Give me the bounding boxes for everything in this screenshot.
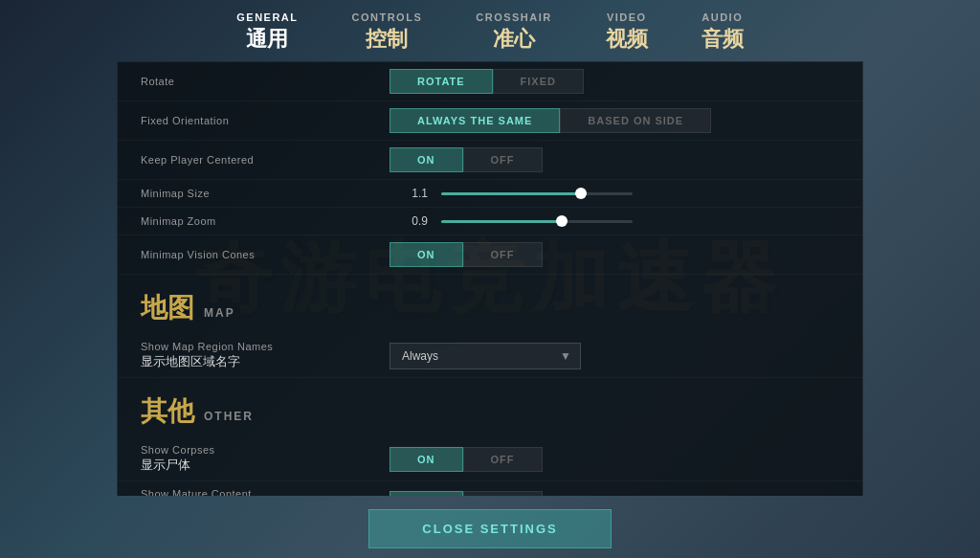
setting-label-en: Show Map Region Names (141, 341, 390, 352)
setting-controls: RotateFixed (390, 69, 839, 94)
nav-label-en: GENERAL (236, 11, 298, 23)
setting-label: Rotate (141, 76, 390, 87)
slider-value: 1.1 (390, 187, 428, 200)
section-header-other: 其他OTHER (118, 378, 862, 437)
close-settings-button[interactable]: CLOSE SETTINGS (368, 509, 611, 548)
setting-controls: OnOff (390, 491, 839, 497)
table-row: Show Corpses显示尸体OnOff (118, 437, 862, 481)
table-row: Minimap Zoom0.9 (118, 208, 862, 235)
toggle-option-2[interactable]: Off (463, 147, 543, 172)
main-container: GENERAL通用CONTROLS控制CROSSHAIR准心VIDEO视频AUD… (0, 0, 980, 558)
toggle-option-2[interactable]: Off (463, 491, 543, 497)
setting-label: Keep Player Centered (141, 154, 390, 166)
setting-label-en: Show Corpses (141, 444, 390, 456)
nav-label-en: CROSSHAIR (476, 11, 552, 23)
setting-label: Fixed Orientation (141, 115, 390, 126)
nav-label-cn: 准心 (493, 25, 535, 54)
nav-label-en: VIDEO (607, 11, 647, 23)
nav-label-cn: 音频 (702, 25, 744, 54)
toggle-group: OnOff (390, 242, 543, 267)
setting-label: Show Mature Content显示成年内容 (141, 488, 390, 496)
toggle-option-1[interactable]: On (390, 447, 463, 472)
setting-label-en: Fixed Orientation (141, 115, 390, 126)
slider-thumb[interactable] (575, 188, 587, 199)
setting-label-cn: 显示尸体 (141, 457, 390, 474)
toggle-option-2[interactable]: Off (463, 447, 543, 472)
nav-item-crosshair[interactable]: CROSSHAIR准心 (449, 11, 579, 54)
slider-fill (441, 220, 560, 223)
setting-label: Show Map Region Names显示地图区域名字 (141, 341, 390, 370)
toggle-option-2[interactable]: Fixed (493, 69, 584, 94)
section-title-cn: 其他 (141, 393, 194, 430)
top-nav: GENERAL通用CONTROLS控制CROSSHAIR准心VIDEO视频AUD… (0, 0, 980, 54)
setting-controls: OnOff (390, 242, 839, 267)
toggle-option-1[interactable]: On (390, 491, 463, 497)
setting-label-en: Rotate (141, 76, 390, 87)
nav-label-cn: 控制 (366, 25, 408, 54)
settings-panel[interactable]: RotateRotateFixedFixed OrientationAlways… (117, 61, 863, 496)
setting-controls: OnOff (390, 447, 839, 472)
setting-label-en: Minimap Size (141, 188, 390, 199)
toggle-option-2[interactable]: Based On Side (560, 108, 711, 133)
toggle-group: OnOff (390, 447, 543, 472)
toggle-option-1[interactable]: On (390, 242, 463, 267)
nav-label-en: AUDIO (702, 11, 743, 23)
nav-item-general[interactable]: GENERAL通用 (210, 11, 324, 54)
setting-controls: AlwaysNeverWhile AliveWhile Dead▼ (390, 343, 839, 369)
setting-label: Minimap Zoom (141, 215, 390, 227)
section-title-cn: 地图 (141, 290, 194, 326)
dropdown-wrapper: AlwaysNeverWhile AliveWhile Dead▼ (390, 343, 581, 369)
setting-label: Minimap Vision Cones (141, 249, 390, 260)
setting-label-en: Show Mature Content (141, 488, 390, 496)
toggle-group: RotateFixed (390, 69, 584, 94)
table-row: Fixed OrientationAlways the SameBased On… (118, 101, 862, 141)
table-row: RotateRotateFixed (118, 62, 862, 101)
toggle-group: Always the SameBased On Side (390, 108, 711, 133)
setting-label-en: Minimap Vision Cones (141, 249, 390, 260)
slider-thumb[interactable] (556, 215, 568, 227)
section-title-en: OTHER (204, 410, 254, 423)
setting-controls: 1.1 (390, 187, 839, 200)
setting-label: Show Corpses显示尸体 (141, 444, 390, 474)
setting-label-en: Keep Player Centered (141, 154, 390, 166)
setting-controls: 0.9 (390, 214, 839, 228)
slider-track[interactable] (441, 192, 633, 195)
nav-item-video[interactable]: VIDEO视频 (579, 11, 675, 54)
nav-item-audio[interactable]: AUDIO音频 (675, 11, 770, 54)
table-row: Show Map Region Names显示地图区域名字AlwaysNever… (118, 334, 862, 378)
toggle-option-1[interactable]: On (390, 147, 463, 172)
setting-label-cn: 显示地图区域名字 (141, 353, 390, 370)
section-title-en: MAP (204, 306, 235, 320)
nav-label-en: CONTROLS (352, 11, 423, 23)
table-row: Minimap Size1.1 (118, 180, 862, 208)
close-btn-wrapper: CLOSE SETTINGS (0, 496, 980, 558)
table-row: Keep Player CenteredOnOff (118, 141, 862, 180)
settings-wrapper: RotateRotateFixedFixed OrientationAlways… (0, 54, 980, 496)
toggle-option-1[interactable]: Rotate (390, 69, 493, 94)
nav-label-cn: 通用 (246, 25, 288, 54)
table-row: Minimap Vision ConesOnOff (118, 235, 862, 275)
section-header-map: 地图MAP (118, 275, 862, 334)
slider-value: 0.9 (390, 214, 428, 228)
toggle-option-1[interactable]: Always the Same (390, 108, 560, 133)
table-row: Show Mature Content显示成年内容OnOff (118, 481, 862, 496)
toggle-option-2[interactable]: Off (463, 242, 543, 267)
setting-label: Minimap Size (141, 188, 390, 199)
nav-item-controls[interactable]: CONTROLS控制 (325, 11, 450, 54)
toggle-group: OnOff (390, 491, 543, 497)
setting-controls: Always the SameBased On Side (390, 108, 839, 133)
setting-controls: OnOff (390, 147, 839, 172)
slider-fill (441, 192, 579, 195)
setting-label-en: Minimap Zoom (141, 215, 390, 227)
nav-label-cn: 视频 (606, 25, 648, 54)
dropdown-select[interactable]: AlwaysNeverWhile AliveWhile Dead (390, 343, 581, 369)
toggle-group: OnOff (390, 147, 543, 172)
slider-track[interactable] (441, 220, 633, 223)
